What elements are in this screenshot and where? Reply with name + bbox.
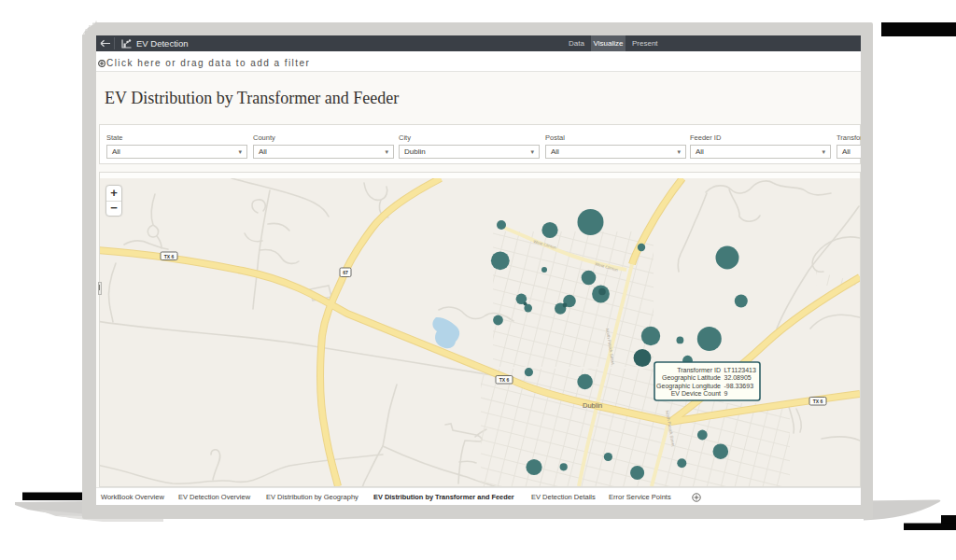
svg-text:Dublin: Dublin: [583, 401, 602, 410]
svg-text:9: 9: [724, 390, 728, 397]
svg-text:32.08905: 32.08905: [724, 374, 752, 381]
svg-text:TX 6: TX 6: [164, 254, 175, 259]
svg-text:TX 6: TX 6: [813, 399, 823, 404]
svg-text:EV Device Count: EV Device Count: [671, 390, 721, 397]
svg-text:Geographic Longitude: Geographic Longitude: [656, 383, 721, 390]
svg-text:67: 67: [343, 270, 348, 275]
svg-text:Transformer ID: Transformer ID: [677, 367, 721, 373]
svg-text:LT1123413: LT1123413: [724, 367, 756, 373]
svg-text:TX 6: TX 6: [499, 377, 510, 383]
svg-text:-98.33693: -98.33693: [724, 383, 754, 389]
svg-text:Geographic Latitude: Geographic Latitude: [662, 374, 721, 382]
